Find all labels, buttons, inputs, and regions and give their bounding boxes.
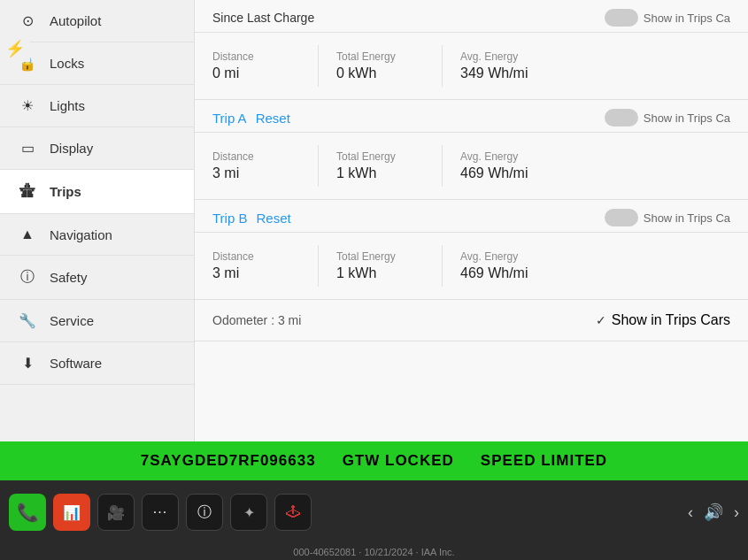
sidebar-item-display[interactable]: ▭ Display [0,127,194,170]
trip-a-toggle[interactable] [605,109,638,127]
sidebar-label-display: Display [50,141,93,156]
since-last-charge-avg-label: Avg. Energy [460,50,549,63]
sidebar-label-service: Service [50,313,94,328]
taskbar-right-controls: ‹ 🔊 › [688,502,739,522]
sidebar-label-lights: Lights [50,98,85,113]
sidebar-item-service[interactable]: 🔧 Service [0,300,194,342]
taskbar-joystick-icon[interactable]: 🕹 [274,494,312,531]
trip-a-avg-label: Avg. Energy [460,150,549,163]
trip-b-distance-value: 3 mi [212,265,300,281]
since-last-charge-energy-value: 0 kWh [336,65,424,81]
odometer-checkmark-icon: ✓ [596,313,606,327]
since-last-charge-title: Since Last Charge [212,11,314,25]
trip-b-stats: Distance 3 mi Total Energy 1 kWh Avg. En… [195,233,748,300]
since-last-charge-header: Since Last Charge Show in Trips Ca [195,0,748,33]
since-last-charge-distance-label: Distance [212,50,300,63]
sidebar-label-locks: Locks [50,56,84,71]
trip-b-toggle[interactable] [605,209,638,226]
service-icon: 🔧 [18,312,37,329]
trip-a-distance: Distance 3 mi [212,145,319,187]
odometer-show-label: Show in Trips Cars [612,312,730,328]
sidebar-item-lights[interactable]: ☀ Lights [0,85,194,127]
since-last-charge-distance: Distance 0 mi [212,45,319,87]
since-last-charge-toggle[interactable] [605,9,638,27]
trip-a-energy: Total Energy 1 kWh [336,145,443,187]
autopilot-icon: ⊙ [18,12,37,29]
taskbar-next-icon[interactable]: › [734,503,739,522]
since-last-charge-energy-label: Total Energy [336,50,424,63]
right-panel: Since Last Charge Show in Trips Ca Dista… [195,0,748,441]
trip-a-header: Trip A Reset Show in Trips Ca [195,100,748,133]
trip-a-title: Trip A [212,111,247,126]
odometer-text: Odometer : 3 mi [212,313,301,327]
trip-b-energy: Total Energy 1 kWh [336,245,443,287]
taskbar-phone-icon[interactable]: 📞 [9,494,46,531]
trip-b-reset-button[interactable]: Reset [256,211,290,226]
sidebar-label-safety: Safety [50,270,88,285]
trip-b-distance: Distance 3 mi [212,245,319,287]
since-last-charge-stats-row: Distance 0 mi Total Energy 0 kWh Avg. En… [212,45,730,87]
sidebar-label-trips: Trips [50,184,81,199]
trip-b-energy-label: Total Energy [336,250,424,263]
since-last-charge-energy: Total Energy 0 kWh [336,45,443,87]
sidebar-item-trips[interactable]: 🛣 Trips [0,170,194,214]
odometer-row: Odometer : 3 mi ✓ Show in Trips Cars [195,300,748,341]
trip-b-avg-label: Avg. Energy [460,250,549,263]
screen: ⚡ ⊙ Autopilot 🔒 Locks ☀ Lights ▭ Display… [0,0,748,560]
trip-b-show-label: Show in Trips Ca [644,211,730,225]
sidebar-item-safety[interactable]: ⓘ Safety [0,256,194,300]
trips-icon: 🛣 [18,182,37,201]
odometer-show-trips: ✓ Show in Trips Cars [596,312,730,328]
since-last-charge-show-label: Show in Trips Ca [644,12,730,25]
trip-a-title-group: Trip A Reset [212,111,290,126]
status-vin: 7SAYGDED7RF096633 [141,452,316,470]
since-last-charge-avg: Avg. Energy 349 Wh/mi [460,45,567,87]
trip-b-avg-value: 469 Wh/mi [460,265,549,281]
taskbar-info-icon[interactable]: ⓘ [186,494,223,531]
taskbar-star-icon[interactable]: ✦ [230,494,267,531]
trip-b-title-group: Trip B Reset [212,211,291,226]
safety-icon: ⓘ [18,268,37,287]
trip-b-energy-value: 1 kWh [336,265,424,281]
footer: 000-40652081 · 10/21/2024 · IAA Inc. [0,544,748,560]
since-last-charge-avg-value: 349 Wh/mi [460,65,549,81]
trip-a-show-label: Show in Trips Ca [644,111,730,125]
trip-a-distance-label: Distance [212,150,300,163]
taskbar-dots-icon[interactable]: ··· [142,494,179,531]
sidebar-label-autopilot: Autopilot [50,13,101,28]
trip-a-show-toggle[interactable]: Show in Trips Ca [605,109,730,127]
status-speed: SPEED LIMITED [481,452,607,470]
display-icon: ▭ [18,140,37,157]
sidebar-label-software: Software [50,356,102,371]
taskbar-bars-icon[interactable]: 📊 [53,494,90,531]
since-last-charge-stats: Distance 0 mi Total Energy 0 kWh Avg. En… [195,33,748,100]
trip-b-header: Trip B Reset Show in Trips Ca [195,200,748,233]
sidebar-item-navigation[interactable]: ▲ Navigation [0,214,194,256]
sidebar-label-navigation: Navigation [50,227,112,242]
software-icon: ⬇ [18,355,37,372]
since-last-charge-show-toggle[interactable]: Show in Trips Ca [605,9,730,27]
trip-a-stats-row: Distance 3 mi Total Energy 1 kWh Avg. En… [212,145,730,187]
navigation-icon: ▲ [18,226,37,242]
taskbar-volume-icon[interactable]: 🔊 [704,502,723,522]
trip-a-reset-button[interactable]: Reset [256,111,290,126]
trip-a-avg-value: 469 Wh/mi [460,165,549,181]
lights-icon: ☀ [18,97,37,114]
trip-a-avg: Avg. Energy 469 Wh/mi [460,145,567,187]
trip-b-show-toggle[interactable]: Show in Trips Ca [605,209,730,226]
trip-a-stats: Distance 3 mi Total Energy 1 kWh Avg. En… [195,133,748,200]
trip-b-title: Trip B [212,211,247,226]
status-gtw: GTW LOCKED [343,452,454,470]
trip-b-distance-label: Distance [212,250,300,263]
sidebar-item-software[interactable]: ⬇ Software [0,342,194,385]
taskbar-prev-icon[interactable]: ‹ [688,503,693,522]
trip-a-energy-label: Total Energy [336,150,424,163]
trip-a-distance-value: 3 mi [212,165,300,181]
taskbar: 📞 📊 🎥 ··· ⓘ ✦ 🕹 ‹ 🔊 › [0,480,748,544]
sidebar: ⊙ Autopilot 🔒 Locks ☀ Lights ▭ Display 🛣… [0,0,195,441]
since-last-charge-distance-value: 0 mi [212,65,300,81]
footer-text: 000-40652081 · 10/21/2024 · IAA Inc. [293,547,454,557]
trip-b-stats-row: Distance 3 mi Total Energy 1 kWh Avg. En… [212,245,730,287]
trip-b-avg: Avg. Energy 469 Wh/mi [460,245,567,287]
taskbar-camera-icon[interactable]: 🎥 [97,494,135,531]
